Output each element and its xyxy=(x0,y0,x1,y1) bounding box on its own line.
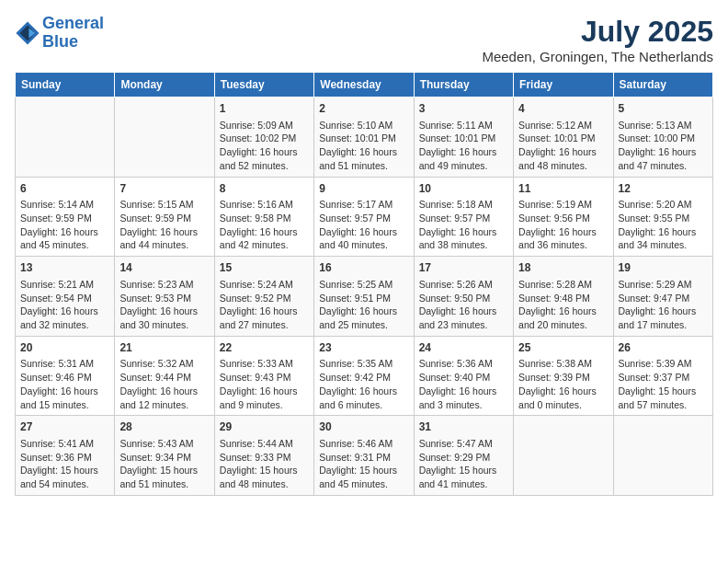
day-number: 26 xyxy=(619,340,708,356)
day-number: 13 xyxy=(20,260,109,276)
title-block: July 2025 Meeden, Groningen, The Netherl… xyxy=(482,15,713,64)
calendar-cell: 9Sunrise: 5:17 AM Sunset: 9:57 PM Daylig… xyxy=(314,177,414,257)
day-number: 6 xyxy=(20,181,109,197)
calendar-cell: 4Sunrise: 5:12 AM Sunset: 10:01 PM Dayli… xyxy=(514,98,613,178)
logo-text: General Blue xyxy=(42,15,104,52)
day-number: 25 xyxy=(518,340,608,356)
day-number: 8 xyxy=(220,181,309,197)
calendar-cell: 28Sunrise: 5:43 AM Sunset: 9:34 PM Dayli… xyxy=(115,416,214,496)
calendar-cell: 6Sunrise: 5:14 AM Sunset: 9:59 PM Daylig… xyxy=(16,177,115,257)
calendar-cell: 3Sunrise: 5:11 AM Sunset: 10:01 PM Dayli… xyxy=(414,98,513,178)
day-number: 23 xyxy=(319,340,408,356)
location: Meeden, Groningen, The Netherlands xyxy=(482,49,713,64)
calendar-cell xyxy=(613,416,712,496)
cell-content: Sunrise: 5:35 AM Sunset: 9:42 PM Dayligh… xyxy=(319,357,408,411)
calendar-cell: 26Sunrise: 5:39 AM Sunset: 9:37 PM Dayli… xyxy=(613,336,712,416)
calendar-cell: 20Sunrise: 5:31 AM Sunset: 9:46 PM Dayli… xyxy=(16,336,115,416)
cell-content: Sunrise: 5:13 AM Sunset: 10:00 PM Daylig… xyxy=(619,119,708,173)
calendar-cell: 22Sunrise: 5:33 AM Sunset: 9:43 PM Dayli… xyxy=(214,336,313,416)
calendar-cell: 2Sunrise: 5:10 AM Sunset: 10:01 PM Dayli… xyxy=(314,98,414,178)
cell-content: Sunrise: 5:26 AM Sunset: 9:50 PM Dayligh… xyxy=(419,278,508,332)
calendar-cell: 1Sunrise: 5:09 AM Sunset: 10:02 PM Dayli… xyxy=(214,98,313,178)
cell-content: Sunrise: 5:36 AM Sunset: 9:40 PM Dayligh… xyxy=(419,357,508,411)
cell-content: Sunrise: 5:31 AM Sunset: 9:46 PM Dayligh… xyxy=(20,357,109,411)
cell-content: Sunrise: 5:21 AM Sunset: 9:54 PM Dayligh… xyxy=(20,278,109,332)
weekday-header-row: SundayMondayTuesdayWednesdayThursdayFrid… xyxy=(16,73,713,98)
day-number: 11 xyxy=(518,181,608,197)
weekday-header-thursday: Thursday xyxy=(414,73,513,98)
calendar-cell: 23Sunrise: 5:35 AM Sunset: 9:42 PM Dayli… xyxy=(314,336,414,416)
logo-line2: Blue xyxy=(42,32,78,51)
calendar-table: SundayMondayTuesdayWednesdayThursdayFrid… xyxy=(15,72,713,496)
calendar-cell: 8Sunrise: 5:16 AM Sunset: 9:58 PM Daylig… xyxy=(214,177,313,257)
day-number: 30 xyxy=(319,419,408,435)
weekday-header-sunday: Sunday xyxy=(16,73,115,98)
cell-content: Sunrise: 5:25 AM Sunset: 9:51 PM Dayligh… xyxy=(319,278,408,332)
day-number: 3 xyxy=(419,101,508,117)
cell-content: Sunrise: 5:09 AM Sunset: 10:02 PM Daylig… xyxy=(220,119,309,173)
cell-content: Sunrise: 5:16 AM Sunset: 9:58 PM Dayligh… xyxy=(220,198,309,252)
calendar-cell: 5Sunrise: 5:13 AM Sunset: 10:00 PM Dayli… xyxy=(613,98,712,178)
cell-content: Sunrise: 5:17 AM Sunset: 9:57 PM Dayligh… xyxy=(319,198,408,252)
cell-content: Sunrise: 5:44 AM Sunset: 9:33 PM Dayligh… xyxy=(220,437,309,491)
calendar-cell: 15Sunrise: 5:24 AM Sunset: 9:52 PM Dayli… xyxy=(214,257,313,337)
logo-line1: General xyxy=(42,14,104,32)
day-number: 27 xyxy=(20,419,109,435)
day-number: 17 xyxy=(419,260,508,276)
calendar-cell: 18Sunrise: 5:28 AM Sunset: 9:48 PM Dayli… xyxy=(514,257,613,337)
calendar-cell: 31Sunrise: 5:47 AM Sunset: 9:29 PM Dayli… xyxy=(414,416,513,496)
calendar-body: 1Sunrise: 5:09 AM Sunset: 10:02 PM Dayli… xyxy=(16,98,713,496)
cell-content: Sunrise: 5:18 AM Sunset: 9:57 PM Dayligh… xyxy=(419,198,508,252)
cell-content: Sunrise: 5:47 AM Sunset: 9:29 PM Dayligh… xyxy=(419,437,508,491)
day-number: 5 xyxy=(619,101,708,117)
logo: General Blue xyxy=(15,15,104,52)
calendar-cell: 30Sunrise: 5:46 AM Sunset: 9:31 PM Dayli… xyxy=(314,416,414,496)
day-number: 4 xyxy=(518,101,608,117)
cell-content: Sunrise: 5:38 AM Sunset: 9:39 PM Dayligh… xyxy=(518,357,608,411)
calendar-cell xyxy=(514,416,613,496)
cell-content: Sunrise: 5:14 AM Sunset: 9:59 PM Dayligh… xyxy=(20,198,109,252)
day-number: 28 xyxy=(119,419,209,435)
day-number: 9 xyxy=(319,181,408,197)
cell-content: Sunrise: 5:19 AM Sunset: 9:56 PM Dayligh… xyxy=(518,198,608,252)
weekday-header-saturday: Saturday xyxy=(613,73,712,98)
calendar-cell: 7Sunrise: 5:15 AM Sunset: 9:59 PM Daylig… xyxy=(115,177,214,257)
cell-content: Sunrise: 5:33 AM Sunset: 9:43 PM Dayligh… xyxy=(220,357,309,411)
calendar-cell: 21Sunrise: 5:32 AM Sunset: 9:44 PM Dayli… xyxy=(115,336,214,416)
calendar-cell: 12Sunrise: 5:20 AM Sunset: 9:55 PM Dayli… xyxy=(613,177,712,257)
weekday-header-wednesday: Wednesday xyxy=(314,73,414,98)
day-number: 18 xyxy=(518,260,608,276)
calendar-week-2: 6Sunrise: 5:14 AM Sunset: 9:59 PM Daylig… xyxy=(16,177,713,257)
calendar-cell: 17Sunrise: 5:26 AM Sunset: 9:50 PM Dayli… xyxy=(414,257,513,337)
day-number: 12 xyxy=(619,181,708,197)
cell-content: Sunrise: 5:39 AM Sunset: 9:37 PM Dayligh… xyxy=(619,357,708,411)
day-number: 15 xyxy=(220,260,309,276)
calendar-cell: 11Sunrise: 5:19 AM Sunset: 9:56 PM Dayli… xyxy=(514,177,613,257)
day-number: 22 xyxy=(220,340,309,356)
calendar-cell: 27Sunrise: 5:41 AM Sunset: 9:36 PM Dayli… xyxy=(16,416,115,496)
calendar-cell: 16Sunrise: 5:25 AM Sunset: 9:51 PM Dayli… xyxy=(314,257,414,337)
cell-content: Sunrise: 5:11 AM Sunset: 10:01 PM Daylig… xyxy=(419,119,508,173)
cell-content: Sunrise: 5:41 AM Sunset: 9:36 PM Dayligh… xyxy=(20,437,109,491)
cell-content: Sunrise: 5:10 AM Sunset: 10:01 PM Daylig… xyxy=(319,119,408,173)
calendar-cell xyxy=(115,98,214,178)
day-number: 20 xyxy=(20,340,109,356)
day-number: 29 xyxy=(220,419,309,435)
cell-content: Sunrise: 5:43 AM Sunset: 9:34 PM Dayligh… xyxy=(119,437,209,491)
calendar-cell: 24Sunrise: 5:36 AM Sunset: 9:40 PM Dayli… xyxy=(414,336,513,416)
calendar-header: SundayMondayTuesdayWednesdayThursdayFrid… xyxy=(16,73,713,98)
calendar-cell: 29Sunrise: 5:44 AM Sunset: 9:33 PM Dayli… xyxy=(214,416,313,496)
calendar-cell: 25Sunrise: 5:38 AM Sunset: 9:39 PM Dayli… xyxy=(514,336,613,416)
calendar-cell: 13Sunrise: 5:21 AM Sunset: 9:54 PM Dayli… xyxy=(16,257,115,337)
cell-content: Sunrise: 5:23 AM Sunset: 9:53 PM Dayligh… xyxy=(119,278,209,332)
day-number: 21 xyxy=(119,340,209,356)
weekday-header-tuesday: Tuesday xyxy=(214,73,313,98)
cell-content: Sunrise: 5:28 AM Sunset: 9:48 PM Dayligh… xyxy=(518,278,608,332)
cell-content: Sunrise: 5:12 AM Sunset: 10:01 PM Daylig… xyxy=(518,119,608,173)
month-title: July 2025 xyxy=(482,15,713,49)
day-number: 2 xyxy=(319,101,408,117)
cell-content: Sunrise: 5:20 AM Sunset: 9:55 PM Dayligh… xyxy=(619,198,708,252)
calendar-cell: 14Sunrise: 5:23 AM Sunset: 9:53 PM Dayli… xyxy=(115,257,214,337)
calendar-cell xyxy=(16,98,115,178)
calendar-cell: 10Sunrise: 5:18 AM Sunset: 9:57 PM Dayli… xyxy=(414,177,513,257)
